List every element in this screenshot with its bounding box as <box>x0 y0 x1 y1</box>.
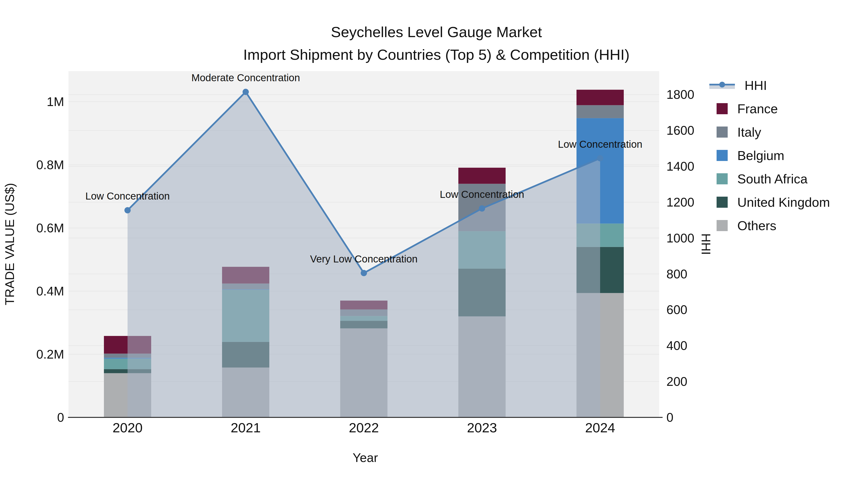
legend-item-label: Others <box>737 218 776 233</box>
legend-item-label: South Africa <box>737 171 807 186</box>
legend-color-swatch <box>717 220 728 231</box>
legend-color-swatch <box>717 150 728 161</box>
legend-item-south-africa: South Africa <box>717 167 830 190</box>
legend-item-belgium: Belgium <box>717 143 830 167</box>
legend-color-swatch <box>717 103 728 114</box>
y1-tick-0.4M: 0.4M <box>36 284 64 298</box>
chart-title-line2: Import Shipment by Countries (Top 5) & C… <box>5 43 868 66</box>
legend-item-label: Belgium <box>737 148 784 163</box>
bar-segment-italy-2024 <box>577 105 624 118</box>
legend-item-label: France <box>737 101 778 116</box>
y2-tick-200: 200 <box>666 375 687 388</box>
hhi-annotation-2023: Low Concentration <box>440 189 524 200</box>
hhi-marker-2020 <box>124 207 131 213</box>
legend-item-label: United Kingdom <box>737 195 830 210</box>
y1-tick-1M: 1M <box>47 95 64 109</box>
y1-tick-0.6M: 0.6M <box>36 221 64 235</box>
legend-item-hhi: HHI <box>717 73 830 97</box>
y2-tick-0: 0 <box>666 411 674 424</box>
hhi-marker-2022 <box>361 270 367 276</box>
chart-plot: Low ConcentrationModerate ConcentrationV… <box>0 0 868 488</box>
chart-title-line1: Seychelles Level Gauge Market <box>5 21 868 43</box>
hhi-line-swatch <box>709 80 735 91</box>
hhi-marker-2023 <box>479 205 485 212</box>
x-tick-2024: 2024 <box>585 420 615 435</box>
x-tick-2023: 2023 <box>467 420 497 435</box>
x-tick-2021: 2021 <box>231 420 261 435</box>
bar-segment-france-2024 <box>577 90 624 105</box>
hhi-marker-2021 <box>243 89 249 95</box>
x-axis-label: Year <box>352 450 378 465</box>
legend-item-label: Italy <box>737 125 761 139</box>
y2-tick-1000: 1000 <box>666 231 694 245</box>
hhi-annotation-2024: Low Concentration <box>558 138 642 150</box>
y2-tick-1800: 1800 <box>666 88 694 101</box>
y1-tick-0: 0 <box>57 411 64 424</box>
y1-tick-0.8M: 0.8M <box>36 158 64 172</box>
bar-segment-france-2023 <box>458 168 506 184</box>
chart-title: Seychelles Level Gauge Market Import Shi… <box>5 21 868 66</box>
x-tick-2022: 2022 <box>349 420 379 435</box>
figure: Low ConcentrationModerate ConcentrationV… <box>0 0 868 488</box>
hhi-annotation-2022: Very Low Concentration <box>310 253 417 265</box>
y-axis-label-right: HHI <box>699 233 713 255</box>
legend-color-swatch <box>717 127 728 138</box>
legend-item-italy: Italy <box>717 120 830 143</box>
legend-color-swatch <box>717 173 728 184</box>
y2-tick-1600: 1600 <box>666 123 694 137</box>
hhi-annotation-2020: Low Concentration <box>85 190 170 202</box>
y2-tick-1200: 1200 <box>666 195 694 209</box>
y2-tick-400: 400 <box>666 338 687 353</box>
legend: HHIFranceItalyBelgiumSouth AfricaUnited … <box>717 73 830 237</box>
y2-tick-1400: 1400 <box>666 159 694 173</box>
legend-item-france: France <box>717 97 830 120</box>
y-axis-label-left: TRADE VALUE (US$) <box>2 183 17 305</box>
legend-item-others: Others <box>717 214 830 237</box>
legend-color-swatch <box>717 197 728 208</box>
legend-item-label: HHI <box>745 78 767 93</box>
hhi-annotation-2021: Moderate Concentration <box>191 72 300 84</box>
hhi-marker-2024 <box>597 155 603 161</box>
y2-tick-600: 600 <box>666 303 687 317</box>
y1-tick-0.2M: 0.2M <box>36 347 64 361</box>
x-tick-2020: 2020 <box>113 420 143 435</box>
legend-item-united-kingdom: United Kingdom <box>717 190 830 214</box>
y2-tick-800: 800 <box>666 267 687 281</box>
